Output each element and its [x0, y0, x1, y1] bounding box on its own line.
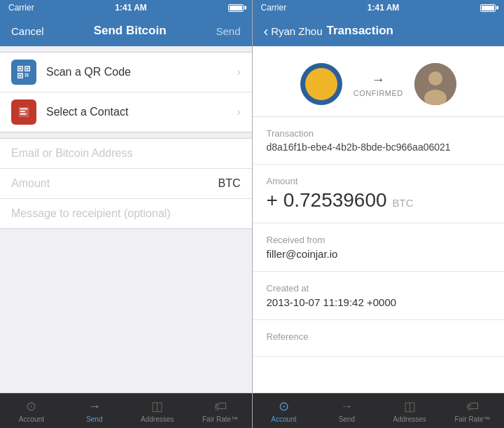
scan-qr-item[interactable]: Scan a QR Code ›: [0, 53, 252, 92]
svg-rect-1: [20, 68, 22, 70]
message-input[interactable]: [11, 207, 241, 220]
amount-value-row: + 0.72539600 BTC: [267, 189, 491, 212]
send-screen: Scan a QR Code › Select a Contact ›: [0, 46, 252, 428]
created-at-value: 2013-10-07 11:19:42 +0000: [267, 296, 491, 308]
cancel-button[interactable]: Cancel: [11, 25, 44, 37]
svg-rect-9: [27, 76, 29, 77]
svg-rect-12: [20, 109, 28, 110]
right-fair-rate-icon: 🏷: [466, 399, 479, 414]
right-phone: Carrier 1:41 AM ‹ Ryan Zhou Transaction …: [253, 0, 505, 428]
currency-label: BTC: [218, 177, 241, 190]
right-account-tab-label: Account: [271, 415, 296, 423]
scan-qr-label: Scan a QR Code: [46, 66, 237, 78]
amount-currency: BTC: [393, 197, 414, 209]
input-section: BTC: [0, 138, 252, 229]
fair-rate-tab-label: Fair Rate™: [202, 415, 238, 423]
send-tab-label: Send: [86, 415, 102, 423]
send-button[interactable]: Send: [216, 25, 240, 37]
address-input[interactable]: [11, 147, 241, 160]
right-tab-fair-rate[interactable]: 🏷 Fair Rate™: [441, 396, 504, 426]
addresses-tab-label: Addresses: [141, 415, 174, 423]
transaction-id-section: Transaction d8a16f1b-ebe4-4b2b-8bde-bc96…: [253, 117, 505, 165]
carrier-label: Carrier: [8, 3, 34, 13]
svg-rect-6: [25, 74, 27, 75]
svg-rect-13: [20, 111, 25, 112]
right-battery-icon: [480, 4, 496, 12]
scan-qr-chevron: ›: [237, 66, 240, 78]
transaction-nav-bar: ‹ Ryan Zhou Transaction: [253, 15, 505, 46]
transaction-id-value: d8a16f1b-ebe4-4b2b-8bde-bc966aa06021: [267, 141, 491, 153]
svg-rect-3: [27, 68, 29, 70]
right-battery-area: [480, 4, 496, 12]
right-tab-send[interactable]: → Send: [315, 396, 378, 426]
tab-send[interactable]: → Send: [63, 396, 126, 426]
person-avatar-svg: [414, 63, 456, 105]
transaction-screen: → CONFIRMED Transaction d8a1: [253, 46, 505, 428]
reference-section: Reference: [253, 320, 505, 357]
received-from-label: Received from: [267, 235, 491, 245]
send-bitcoin-title: Send Bitcoin: [94, 24, 167, 38]
send-icon: →: [88, 399, 101, 414]
svg-rect-8: [25, 76, 27, 77]
left-phone: Carrier 1:41 AM Cancel Send Bitcoin Send: [0, 0, 252, 428]
select-contact-chevron: ›: [237, 106, 240, 118]
time-label: 1:41 AM: [115, 3, 147, 13]
amount-label: Amount: [267, 176, 491, 186]
tab-fair-rate[interactable]: 🏷 Fair Rate™: [189, 396, 252, 426]
amount-value: + 0.72539600: [267, 189, 387, 212]
amount-input[interactable]: [11, 177, 218, 190]
qr-code-icon: [16, 64, 31, 80]
addresses-icon: ◫: [151, 399, 163, 414]
received-from-value: filler@coinjar.io: [267, 248, 491, 260]
right-addresses-icon: ◫: [404, 399, 416, 414]
option-list: Scan a QR Code › Select a Contact ›: [0, 52, 252, 132]
right-send-tab-label: Send: [339, 415, 355, 423]
confirmed-section: → CONFIRMED: [253, 46, 505, 117]
back-arrow-icon[interactable]: ‹: [264, 23, 269, 39]
amount-row: BTC: [0, 169, 252, 199]
receiver-avatar: [414, 63, 456, 105]
left-tab-bar: ⊙ Account → Send ◫ Addresses 🏷 Fair Rate…: [0, 393, 252, 428]
right-tab-addresses[interactable]: ◫ Addresses: [378, 396, 441, 426]
created-at-label: Created at: [267, 283, 491, 294]
right-tab-account[interactable]: ⊙ Account: [253, 396, 316, 426]
right-carrier-label: Carrier: [261, 3, 287, 13]
right-status-bar: Carrier 1:41 AM: [253, 0, 505, 15]
svg-rect-7: [27, 74, 29, 75]
tab-account[interactable]: ⊙ Account: [0, 396, 63, 426]
battery-area: [228, 4, 244, 12]
right-fair-rate-tab-label: Fair Rate™: [455, 415, 491, 423]
message-row: [0, 199, 252, 228]
account-tab-label: Account: [19, 415, 44, 423]
right-tab-bar: ⊙ Account → Send ◫ Addresses 🏷 Fair Rate…: [253, 393, 505, 428]
reference-label: Reference: [267, 331, 491, 342]
transaction-title: Transaction: [327, 24, 393, 38]
right-send-icon: →: [340, 399, 353, 414]
svg-rect-5: [20, 75, 22, 77]
fair-rate-icon: 🏷: [214, 399, 227, 414]
select-contact-label: Select a Contact: [46, 106, 237, 118]
right-account-icon: ⊙: [279, 399, 289, 414]
battery-icon: [228, 4, 244, 12]
sender-avatar: [300, 63, 342, 105]
address-row: [0, 139, 252, 169]
empty-area: [0, 229, 252, 393]
amount-section: Amount + 0.72539600 BTC: [253, 165, 505, 223]
contact-icon-container: [11, 99, 36, 125]
arrow-symbol: →: [371, 71, 385, 88]
back-label[interactable]: Ryan Zhou: [271, 25, 322, 37]
right-addresses-tab-label: Addresses: [393, 415, 426, 423]
created-at-section: Created at 2013-10-07 11:19:42 +0000: [253, 272, 505, 320]
confirmed-label: CONFIRMED: [354, 89, 403, 97]
select-contact-item[interactable]: Select a Contact ›: [0, 92, 252, 132]
left-nav-bar: Cancel Send Bitcoin Send: [0, 15, 252, 46]
transaction-id-label: Transaction: [267, 128, 491, 139]
transaction-body: → CONFIRMED Transaction d8a1: [253, 46, 505, 393]
account-icon: ⊙: [26, 399, 36, 414]
qr-icon-container: [11, 60, 36, 85]
svg-rect-14: [20, 113, 27, 115]
svg-point-16: [428, 71, 442, 85]
received-from-section: Received from filler@coinjar.io: [253, 223, 505, 272]
confirmed-arrow: → CONFIRMED: [354, 71, 403, 97]
tab-addresses[interactable]: ◫ Addresses: [126, 396, 189, 426]
